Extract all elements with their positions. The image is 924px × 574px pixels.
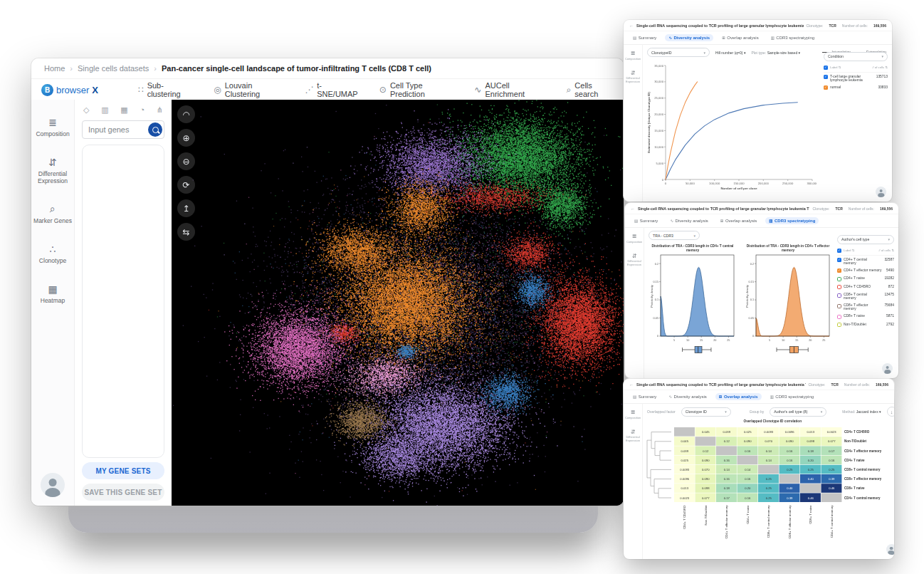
hierarchy-icon[interactable]: ⋔ [157, 105, 163, 117]
tsne-scatter-plot[interactable] [172, 100, 624, 506]
mini-sidebar-item[interactable]: ≣Composition [626, 233, 643, 244]
condition-row[interactable]: ✓normal33833 [824, 83, 888, 92]
row-checkbox[interactable] [837, 277, 841, 281]
condition-row[interactable]: ✓T-cell large granular lymphocyte leukem… [824, 73, 888, 83]
row-checkbox[interactable] [837, 323, 841, 327]
tab-overlap-analysis[interactable]: ⊞Overlap analysis [717, 217, 760, 224]
breadcrumb-datasets[interactable]: Single cells datasets [78, 64, 149, 73]
grid-icon[interactable]: ▦ [120, 105, 127, 117]
chain-select[interactable]: TRA - CDR3▾ [649, 231, 700, 240]
sidebar-item-heatmap[interactable]: ▦Heatmap [32, 283, 73, 305]
sidebar-item-differential-expression[interactable]: ⇵Differential Expression [32, 157, 73, 185]
cell-type-row[interactable]: ✓CD4+ T effector memory5490 [837, 266, 894, 275]
tab-diversity-analysis[interactable]: ∿Diversity analysis [666, 217, 711, 224]
back-arrow-icon[interactable]: ← [629, 382, 634, 387]
mini-sidebar-item[interactable]: ⇵Differential Expression [626, 253, 643, 266]
cell-type-row[interactable]: Non-T/Doublet2792 [837, 320, 894, 329]
user-avatar[interactable] [882, 363, 893, 374]
tab-cdr3-spectratyping[interactable]: ▥CDR3 spectratyping [765, 217, 819, 224]
menu-item-aucell-enrichment[interactable]: ∿AUCell Enrichment [474, 81, 545, 98]
reset-tool[interactable]: ⟳ [177, 176, 195, 194]
settings-tool[interactable]: ⇆ [177, 223, 195, 241]
back-arrow-icon[interactable]: ← [629, 24, 634, 28]
tab-summary[interactable]: ▤Summary [629, 34, 660, 41]
info-icon[interactable]: ◇ [83, 105, 89, 117]
mini-sidebar-item[interactable]: ⇵Differential Expression [624, 429, 641, 442]
cell-type-row[interactable]: CD8+ T naive5871 [837, 313, 894, 321]
cell-type-row[interactable]: CD4+ T CD45RO872 [837, 283, 894, 291]
louvain-clustering-icon: ◎ [214, 85, 221, 95]
cell-type-row[interactable]: CD4+ T naive19282 [837, 275, 894, 283]
zoom-out-tool[interactable]: ⊖ [177, 152, 195, 170]
svg-text:0.14: 0.14 [766, 459, 772, 462]
download-icon[interactable]: ↓ [887, 407, 894, 417]
row-checkbox[interactable]: ✓ [837, 258, 841, 262]
tab-cdr3-spectratyping[interactable]: ▥CDR3 spectratyping [767, 393, 817, 400]
lasso-tool[interactable]: ◠ [177, 105, 195, 123]
cell-type-select[interactable]: Author's cell type▾ [837, 235, 894, 244]
gene-list-box[interactable] [82, 145, 164, 458]
svg-text:0.090: 0.090 [702, 477, 710, 481]
row-checkbox[interactable]: ✓ [837, 268, 841, 273]
tab-overlap-analysis[interactable]: ⊞Overlap analysis [718, 34, 762, 41]
svg-text:0: 0 [662, 178, 664, 182]
my-gene-sets-button[interactable]: MY GENE SETS [82, 462, 164, 479]
mini-sidebar-item[interactable]: ⇵Differential Expression [624, 70, 641, 83]
user-avatar[interactable] [876, 187, 886, 197]
bar-chart-icon[interactable]: ▥ [101, 105, 108, 117]
sidebar-item-marker-genes[interactable]: ⌕Marker Genes [32, 203, 73, 225]
menu-item-sub-clustering[interactable]: ∷Sub-clustering [138, 81, 192, 98]
svg-text:0.039: 0.039 [723, 430, 731, 434]
svg-text:CD8+ T central memory: CD8+ T central memory [844, 468, 881, 471]
row-checkbox[interactable] [837, 293, 841, 298]
select-all-checkbox[interactable]: ✓ [824, 66, 828, 70]
mini-sidebar-item[interactable]: ≣Composition [624, 409, 641, 419]
mini-sidebar-item[interactable]: ≣Composition [624, 50, 641, 61]
row-checkbox[interactable] [837, 285, 841, 289]
menu-item-tsne-umap[interactable]: ⋰t-SNE/UMAP [305, 81, 358, 98]
row-checkbox[interactable] [837, 304, 841, 308]
condition-select[interactable]: Condition▾ [824, 52, 888, 61]
cell-type-row[interactable]: CD8+ T effector memory75684 [837, 302, 894, 313]
overlapped-factor-select[interactable]: Clonotype ID▾ [681, 407, 731, 417]
browserx-logo[interactable]: B browserX [41, 84, 118, 96]
cell-type-row[interactable]: CD8+ T central memory13475 [837, 291, 894, 302]
clonotype-id-select[interactable]: ClonotypeID▾ [647, 48, 710, 57]
zoom-in-tool[interactable]: ⊕ [177, 129, 195, 147]
hill-number-control[interactable]: Hill number (q=0) ▾ [715, 51, 745, 55]
cell-type-row[interactable]: ✓CD4+ T central memory32587 [837, 256, 894, 266]
tab-summary[interactable]: ▤Summary [631, 217, 661, 224]
breadcrumb-home[interactable]: Home [44, 64, 65, 73]
menu-item-cells-search[interactable]: ⌕Cells search [567, 81, 614, 98]
save-gene-set-button[interactable]: SAVE THIS GENE SET [82, 484, 164, 501]
select-all-checkbox[interactable]: ✓ [837, 249, 841, 253]
user-avatar[interactable] [886, 544, 894, 555]
row-checkbox[interactable] [837, 315, 841, 319]
svg-text:0.090: 0.090 [786, 439, 794, 443]
svg-text:0.39: 0.39 [787, 496, 793, 500]
svg-text:0.14: 0.14 [766, 449, 772, 453]
svg-text:Number of cell per clone: Number of cell per clone [720, 187, 757, 190]
row-checkbox[interactable]: ✓ [824, 75, 828, 79]
export-tool[interactable]: ↥ [177, 199, 195, 217]
menu-item-cell-type-prediction[interactable]: ⊙Cell Type Prediction [379, 81, 453, 98]
tab-cdr3-spectratyping[interactable]: ▥CDR3 spectratyping [767, 34, 818, 41]
row-checkbox[interactable]: ✓ [824, 85, 828, 90]
plot-type-control[interactable]: Plot type: Sample-size based ▾ [751, 51, 800, 55]
menu-item-louvain-clustering[interactable]: ◎Louvain Clustering [214, 81, 283, 98]
sidebar-item-clonotype[interactable]: ∴Clonotype [32, 244, 73, 265]
gene-search-button[interactable] [148, 122, 162, 137]
pie-icon[interactable]: ◔ [140, 105, 145, 117]
tsne-canvas-area[interactable]: ◠⊕⊖⟳↥⇆ [172, 100, 624, 506]
back-arrow-icon[interactable]: ← [631, 207, 635, 211]
svg-text:Estimated diversity (Unique Cl: Estimated diversity (Unique Clonotype ID… [647, 92, 651, 153]
tab-diversity-analysis[interactable]: ∿Diversity analysis [665, 34, 713, 41]
tab-diversity-analysis[interactable]: ∿Diversity analysis [665, 393, 710, 400]
sidebar-item-composition[interactable]: ≣Composition [32, 117, 73, 138]
group-by-select[interactable]: Author's cell type (8)▾ [770, 407, 826, 417]
tab-overlap-analysis[interactable]: ⊞Overlap analysis [715, 393, 762, 400]
svg-text:0.090: 0.090 [702, 459, 710, 462]
method-control[interactable]: Method: Jaccard index ▾ [842, 409, 881, 414]
user-avatar[interactable] [41, 473, 65, 497]
tab-summary[interactable]: ▤Summary [629, 393, 660, 400]
